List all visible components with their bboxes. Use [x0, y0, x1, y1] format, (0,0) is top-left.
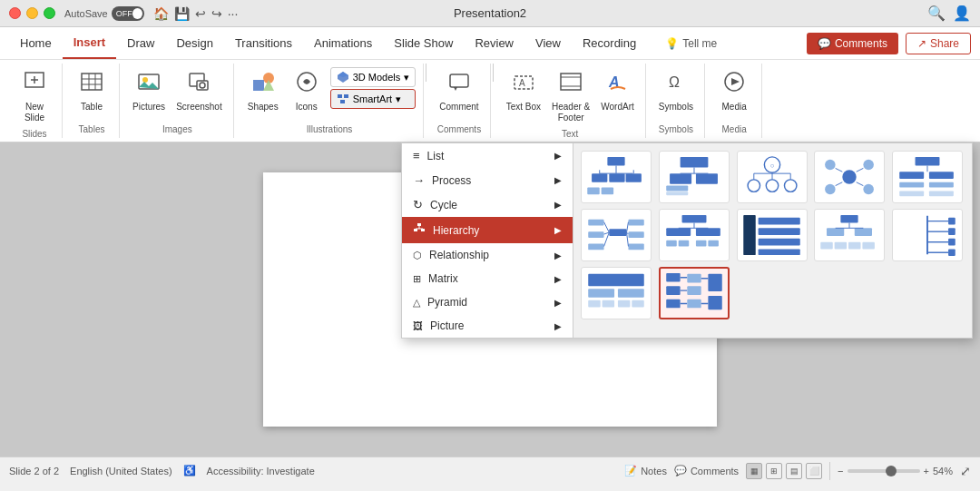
zoom-in-button[interactable]: + — [924, 466, 929, 476]
header-footer-icon — [558, 69, 583, 100]
comments-button[interactable]: 💬 Comments — [807, 33, 898, 54]
share-button[interactable]: ↗ Share — [906, 33, 971, 54]
status-bar: Slide 2 of 2 English (United States) ♿ A… — [0, 457, 980, 484]
svg-point-67 — [825, 184, 836, 195]
comments-group-label: Comments — [437, 121, 481, 134]
tell-me[interactable]: 💡 Tell me — [665, 37, 717, 50]
home-icon[interactable]: 🏠 — [153, 6, 169, 21]
svg-rect-38 — [607, 157, 624, 166]
svg-rect-99 — [696, 241, 707, 247]
group-tables-items: Table — [72, 67, 112, 121]
svg-line-91 — [627, 222, 629, 233]
menu-item-cycle[interactable]: ↻ Cycle ▶ — [402, 192, 573, 217]
accessibility-icon: ♿ — [183, 465, 196, 476]
hierarchy-item-11[interactable] — [581, 267, 652, 319]
maximize-button[interactable] — [44, 7, 55, 19]
screenshot-button[interactable]: Screenshot — [172, 67, 226, 114]
autosave-toggle[interactable]: OFF — [112, 6, 144, 21]
cycle-menu-label: Cycle — [430, 199, 457, 211]
svg-rect-77 — [929, 182, 954, 188]
hierarchy-item-12[interactable] — [659, 267, 730, 319]
slide-sorter-icon[interactable]: ⊞ — [766, 463, 782, 479]
reading-view-icon[interactable]: ▤ — [786, 463, 802, 479]
menu-item-process[interactable]: → Process ▶ — [402, 168, 573, 192]
svg-rect-134 — [666, 286, 680, 295]
shapes-button[interactable]: Shapes — [243, 67, 283, 114]
hierarchy-item-1[interactable] — [581, 151, 652, 203]
shapes-label: Shapes — [248, 102, 279, 113]
hierarchy-item-4[interactable] — [814, 151, 885, 203]
zoom-slider[interactable] — [848, 469, 920, 473]
svg-line-85 — [604, 222, 610, 233]
media-button[interactable]: Media — [714, 67, 754, 114]
menu-item-relationship[interactable]: ⬡ Relationship ▶ — [402, 243, 573, 267]
search-icon[interactable]: 🔍 — [927, 5, 946, 22]
wordart-button[interactable]: A WordArt — [597, 67, 638, 114]
tab-home[interactable]: Home — [9, 27, 63, 59]
menu-item-hierarchy[interactable]: Hierarchy ▶ — [402, 217, 573, 243]
hierarchy-item-2[interactable] — [659, 151, 730, 203]
normal-view-icon[interactable]: ▦ — [746, 463, 762, 479]
hierarchy-item-8[interactable] — [737, 209, 808, 261]
group-text: A Text Box Header &Footer A WordArt — [495, 64, 646, 138]
hierarchy-item-9[interactable] — [814, 209, 885, 261]
save-icon[interactable]: 💾 — [174, 6, 190, 21]
ribbon-content: NewSlide Slides Table Tables — [0, 60, 980, 142]
images-group-label: Images — [162, 121, 192, 134]
zoom-level: 54% — [933, 466, 953, 476]
presenter-view-icon[interactable]: ⬜ — [806, 463, 822, 479]
close-button[interactable] — [9, 7, 21, 19]
tab-animations[interactable]: Animations — [303, 27, 383, 59]
fit-to-window-icon[interactable]: ⤢ — [960, 464, 971, 478]
hierarchy-item-7[interactable] — [659, 209, 730, 261]
table-button[interactable]: Table — [72, 67, 112, 114]
new-slide-button[interactable]: NewSlide — [15, 67, 54, 125]
media-icon — [721, 69, 747, 100]
tab-design[interactable]: Design — [165, 27, 223, 59]
comment-button[interactable]: Comment — [436, 67, 482, 114]
list-submenu-arrow: ▶ — [554, 151, 562, 161]
relationship-menu-icon: ⬡ — [413, 250, 422, 261]
notes-button[interactable]: 📝 Notes — [624, 465, 667, 476]
menu-item-picture[interactable]: 🖼 Picture ▶ — [402, 314, 573, 338]
tab-view[interactable]: View — [524, 27, 572, 59]
more-icon[interactable]: ··· — [228, 6, 239, 21]
minimize-button[interactable] — [26, 7, 38, 19]
hierarchy-item-6[interactable] — [581, 209, 652, 261]
pictures-button[interactable]: Pictures — [129, 67, 169, 114]
textbox-button[interactable]: A Text Box — [503, 67, 544, 114]
svg-rect-13 — [253, 80, 264, 91]
tab-recording[interactable]: Recording — [572, 27, 647, 59]
illustrations-group-label: Illustrations — [307, 121, 353, 134]
undo-icon[interactable]: ↩ — [195, 6, 206, 21]
redo-icon[interactable]: ↪ — [211, 6, 222, 21]
tab-slideshow[interactable]: Slide Show — [383, 27, 464, 59]
menu-item-pyramid[interactable]: △ Pyramid ▶ — [402, 290, 573, 314]
svg-rect-126 — [588, 274, 644, 286]
svg-rect-105 — [758, 228, 799, 235]
zoom-out-button[interactable]: − — [838, 466, 843, 476]
slide-info: Slide 2 of 2 — [9, 466, 59, 476]
menu-item-matrix[interactable]: ⊞ Matrix ▶ — [402, 267, 573, 290]
3d-models-button[interactable]: 3D Models ▾ — [330, 67, 416, 87]
ribbon-tabs: Home Insert Draw Design Transitions Anim… — [0, 27, 980, 60]
hierarchy-item-10[interactable] — [892, 209, 963, 261]
hierarchy-item-5[interactable] — [892, 151, 963, 203]
tab-draw[interactable]: Draw — [116, 27, 165, 59]
tab-insert[interactable]: Insert — [63, 27, 116, 59]
language: English (United States) — [70, 466, 172, 476]
traffic-lights — [9, 7, 55, 19]
menu-item-list[interactable]: ≡ List ▶ — [402, 143, 573, 168]
account-icon[interactable]: 👤 — [953, 5, 971, 22]
tab-transitions[interactable]: Transitions — [224, 27, 303, 59]
symbols-button[interactable]: Ω Symbols — [655, 67, 697, 114]
smartart-label: SmartArt — [353, 93, 392, 104]
tables-group-label: Tables — [79, 121, 105, 134]
smartart-button[interactable]: SmartArt ▾ — [330, 89, 416, 109]
comments-status-button[interactable]: 💬 Comments — [674, 465, 739, 476]
tab-review[interactable]: Review — [464, 27, 524, 59]
svg-rect-123 — [948, 228, 956, 235]
icons-button[interactable]: Icons — [287, 67, 327, 114]
hierarchy-item-3[interactable]: ○ — [737, 151, 808, 203]
header-footer-button[interactable]: Header &Footer — [548, 67, 593, 125]
